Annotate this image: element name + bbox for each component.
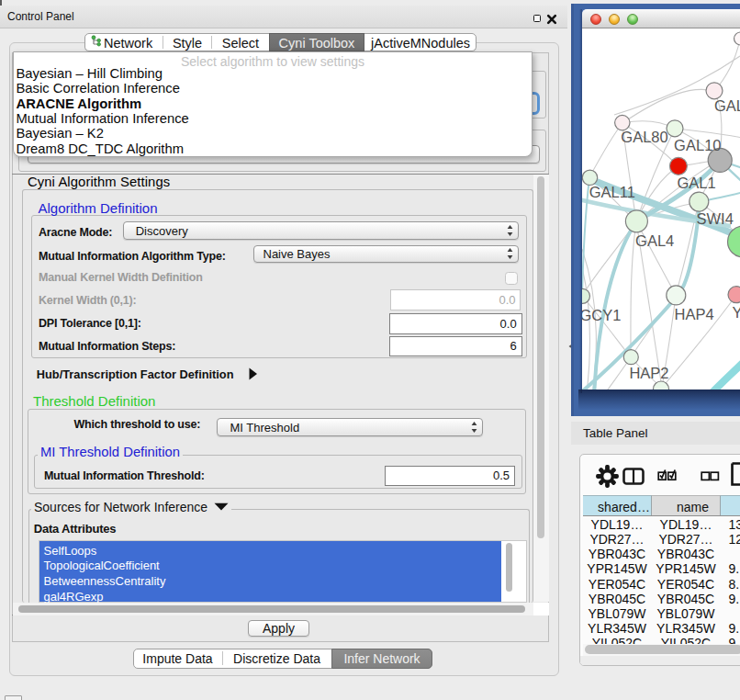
svg-text:GAL4: GAL4 — [635, 232, 674, 249]
svg-text:GAL80: GAL80 — [621, 129, 667, 145]
svg-text:GCY1: GCY1 — [582, 307, 621, 323]
svg-text:HAP2: HAP2 — [629, 365, 668, 381]
svg-text:GAL7: GAL7 — [714, 97, 740, 114]
svg-text:GAL11: GAL11 — [589, 184, 635, 200]
svg-text:SWI4: SWI4 — [697, 210, 734, 227]
svg-text:GAL10: GAL10 — [674, 137, 721, 153]
svg-text:HAP4: HAP4 — [675, 306, 714, 322]
svg-text:GAL1: GAL1 — [677, 175, 715, 191]
svg-text:YEL: YEL — [733, 304, 740, 321]
